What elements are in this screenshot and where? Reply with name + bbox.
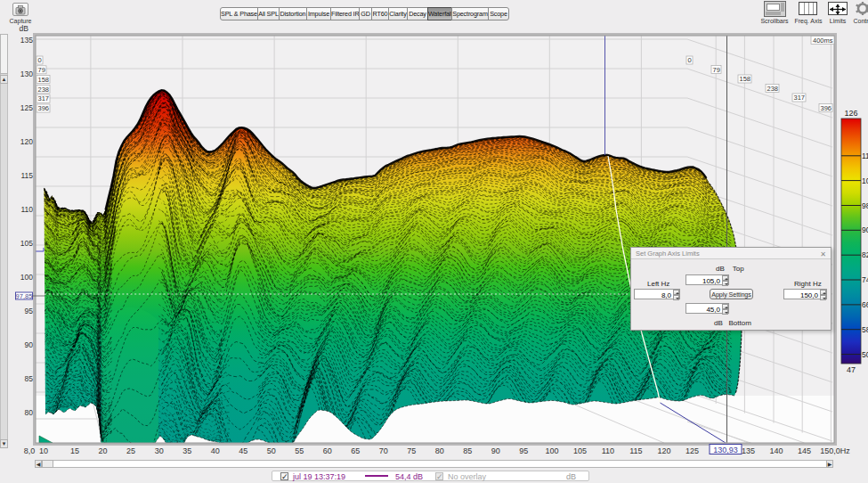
svg-text:105: 105 bbox=[20, 239, 33, 248]
svg-text:30: 30 bbox=[155, 446, 164, 455]
svg-text:238: 238 bbox=[38, 86, 50, 94]
svg-text:70: 70 bbox=[379, 446, 388, 455]
svg-text:115: 115 bbox=[629, 446, 642, 455]
svg-text:135: 135 bbox=[20, 36, 33, 45]
svg-text:105: 105 bbox=[573, 446, 587, 455]
svg-text:317: 317 bbox=[794, 94, 806, 102]
svg-text:45: 45 bbox=[239, 446, 247, 455]
svg-text:65: 65 bbox=[351, 446, 360, 455]
svg-text:79: 79 bbox=[38, 66, 45, 74]
svg-text:110: 110 bbox=[602, 446, 614, 455]
svg-text:80: 80 bbox=[25, 408, 34, 417]
svg-text:238: 238 bbox=[767, 85, 779, 93]
svg-text:66: 66 bbox=[862, 300, 868, 309]
svg-text:95: 95 bbox=[25, 307, 34, 315]
svg-text:50: 50 bbox=[862, 350, 868, 359]
svg-text:79: 79 bbox=[713, 66, 720, 74]
svg-text:396: 396 bbox=[821, 104, 832, 112]
svg-text:396: 396 bbox=[38, 104, 50, 112]
svg-text:120: 120 bbox=[20, 137, 33, 146]
svg-text:90: 90 bbox=[862, 225, 868, 234]
svg-text:35: 35 bbox=[183, 446, 191, 455]
svg-text:74: 74 bbox=[862, 275, 868, 284]
svg-text:82: 82 bbox=[862, 250, 868, 259]
svg-text:55: 55 bbox=[295, 446, 304, 455]
svg-text:10: 10 bbox=[39, 446, 48, 455]
svg-text:25: 25 bbox=[126, 446, 135, 455]
svg-text:0: 0 bbox=[688, 56, 692, 64]
svg-text:115: 115 bbox=[20, 171, 33, 180]
svg-text:145: 145 bbox=[798, 446, 811, 455]
svg-text:140: 140 bbox=[769, 446, 783, 455]
svg-text:125: 125 bbox=[685, 446, 699, 455]
svg-text:dB: dB bbox=[20, 24, 29, 33]
svg-text:20: 20 bbox=[99, 446, 108, 455]
svg-text:158: 158 bbox=[740, 75, 751, 83]
svg-text:158: 158 bbox=[38, 76, 50, 84]
svg-text:90: 90 bbox=[491, 446, 500, 455]
svg-text:130: 130 bbox=[20, 70, 33, 78]
svg-text:40: 40 bbox=[211, 446, 220, 455]
svg-text:130,93: 130,93 bbox=[713, 446, 738, 454]
svg-text:90: 90 bbox=[25, 340, 34, 349]
svg-text:126: 126 bbox=[844, 109, 857, 118]
svg-text:50: 50 bbox=[267, 446, 276, 455]
svg-text:97,85: 97,85 bbox=[16, 292, 33, 300]
svg-text:60: 60 bbox=[323, 446, 332, 455]
svg-text:317: 317 bbox=[38, 94, 50, 102]
svg-text:135: 135 bbox=[742, 446, 755, 455]
svg-text:8,0: 8,0 bbox=[24, 446, 36, 455]
svg-text:98: 98 bbox=[862, 201, 868, 210]
svg-text:58: 58 bbox=[862, 325, 868, 334]
svg-text:100: 100 bbox=[545, 446, 558, 455]
svg-text:85: 85 bbox=[463, 446, 472, 455]
svg-text:47: 47 bbox=[847, 365, 856, 374]
svg-text:100: 100 bbox=[20, 273, 33, 282]
svg-text:110: 110 bbox=[20, 205, 33, 214]
svg-text:85: 85 bbox=[25, 374, 34, 383]
svg-text:15: 15 bbox=[70, 446, 79, 455]
svg-text:75: 75 bbox=[407, 446, 416, 455]
svg-text:400ms: 400ms bbox=[813, 37, 833, 45]
svg-text:0: 0 bbox=[38, 56, 42, 64]
svg-text:120: 120 bbox=[657, 446, 670, 455]
svg-text:95: 95 bbox=[519, 446, 528, 455]
svg-text:125: 125 bbox=[20, 103, 33, 112]
svg-text:150,0Hz: 150,0Hz bbox=[820, 446, 850, 455]
svg-text:114: 114 bbox=[862, 151, 868, 160]
svg-text:106: 106 bbox=[862, 176, 868, 185]
svg-text:80: 80 bbox=[435, 446, 444, 455]
